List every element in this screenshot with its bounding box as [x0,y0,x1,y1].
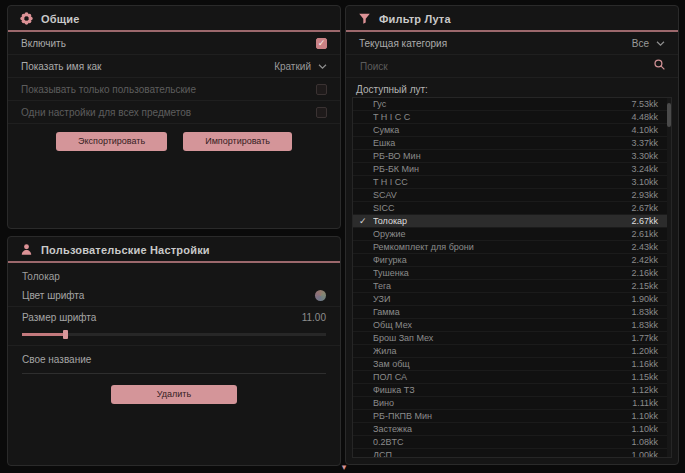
color-wheel-icon[interactable] [315,290,326,301]
list-item[interactable]: УЗИ1.90kk [353,293,671,306]
enable-label: Включить [21,38,66,49]
list-item[interactable]: ДСП1.00kk [353,449,671,458]
item-name: Вино [373,398,632,408]
item-name: Сумка [373,125,631,135]
collapse-handle[interactable]: ▾ [338,463,350,472]
list-item[interactable]: Фигурка2.42kk [353,254,671,267]
item-value: 2.16kk [631,268,662,278]
name-mode-select[interactable]: Краткий [274,61,327,72]
scrollbar-thumb[interactable] [667,103,671,127]
setting-row-only-custom: Показывать только пользовательские [8,78,340,101]
font-size-row: Размер шрифта 11.00 [8,307,340,328]
item-value: 1.11kk [632,398,662,408]
setting-row-same-settings: Одни настройки для всех предметов [8,101,340,124]
category-label: Текущая категория [359,38,447,49]
list-item[interactable]: Жила1.20kk [353,345,671,358]
import-button[interactable]: Импортировать [183,132,292,151]
custom-name-label: Свое название [8,346,340,367]
name-mode-value: Краткий [274,61,311,72]
item-value: 1.08kk [631,437,662,447]
list-item[interactable]: Оружие2.61kk [353,228,671,241]
item-name: SICC [373,203,631,213]
item-name: ПОЛ СА [373,372,631,382]
item-value: 3.24kk [631,164,662,174]
item-value: 2.42kk [631,255,662,265]
setting-row-enable: Включить ✓ [8,32,340,55]
font-size-slider[interactable] [22,330,326,339]
list-item[interactable]: SCAV2.93kk [353,189,671,202]
general-panel-title: Общие [41,13,80,25]
item-name: T H I C C [373,112,631,122]
list-item[interactable]: Тега2.15kk [353,280,671,293]
list-item[interactable]: Вино1.11kk [353,397,671,410]
only-custom-label: Показывать только пользовательские [21,84,196,95]
item-value: 1.10kk [631,411,662,421]
custom-name-input[interactable] [22,369,326,374]
search-input[interactable] [358,60,653,73]
category-select[interactable]: Все [632,38,665,49]
item-name: Общ Мех [373,320,631,330]
item-name: Оружие [373,229,631,239]
list-item[interactable]: РБ-БК Мин3.24kk [353,163,671,176]
item-value: 1.00kk [631,450,662,458]
font-size-fill [22,333,65,336]
enable-checkbox[interactable]: ✓ [316,38,327,49]
item-name: РБ-ПКПВ Мин [373,411,631,421]
list-item[interactable]: Брош Зап Мех1.77kk [353,332,671,345]
item-name: Гамма [373,307,631,317]
same-settings-checkbox[interactable] [316,107,327,118]
only-custom-checkbox[interactable] [316,84,327,95]
export-button[interactable]: Экспортировать [56,132,167,151]
user-settings-title: Пользовательские Настройки [41,244,210,256]
list-item[interactable]: Тушенка2.16kk [353,267,671,280]
delete-row: Удалить [8,385,340,404]
loot-list: Гус7.53kkT H I C C4.48kkСумка4.10kkЕшка3… [352,97,672,458]
general-panel-header: Общие [8,6,340,32]
item-value: 2.67kk [631,216,662,226]
same-settings-label: Одни настройки для всех предметов [21,107,191,118]
item-name: Тушенка [373,268,631,278]
item-name: 0.2BTC [373,437,631,447]
list-item[interactable]: Фишка ТЗ1.12kk [353,384,671,397]
list-item[interactable]: Ремкомплект для брони2.43kk [353,241,671,254]
item-name: SCAV [373,190,631,200]
list-item[interactable]: SICC2.67kk [353,202,671,215]
slider-handle[interactable] [63,330,68,339]
list-item[interactable]: Гус7.53kk [353,98,671,111]
list-scrollbar[interactable] [667,98,671,457]
delete-button[interactable]: Удалить [111,385,237,404]
item-name: Жила [373,346,631,356]
list-item[interactable]: 0.2BTC1.08kk [353,436,671,449]
magnifier-icon [653,57,666,75]
user-settings-panel: Пользовательские Настройки Толокар Цвет … [7,236,341,466]
list-item[interactable]: Зам общ1.16kk [353,358,671,371]
list-item[interactable]: T H I CC3.10kk [353,176,671,189]
list-item[interactable]: Общ Мех1.83kk [353,319,671,332]
search-row [346,55,678,78]
person-icon [20,243,33,256]
category-value: Все [632,38,649,49]
loot-filter-header: Фильтр Лута [346,6,678,32]
item-name: Застежка [373,424,631,434]
list-item[interactable]: РБ-ПКПВ Мин1.10kk [353,410,671,423]
list-item[interactable]: РБ-ВО Мин3.30kk [353,150,671,163]
list-item[interactable]: Гамма1.83kk [353,306,671,319]
chevron-down-icon [318,61,327,72]
list-item[interactable]: Ешка3.37kk [353,137,671,150]
list-item[interactable]: T H I C C4.48kk [353,111,671,124]
list-item[interactable]: ✓Толокар2.67kk [353,215,671,228]
item-value: 2.61kk [631,229,662,239]
funnel-icon [358,12,371,25]
loot-filter-panel: Фильтр Лута Текущая категория Все Доступ… [345,5,679,465]
item-value: 1.90kk [631,294,662,304]
slider-track[interactable] [22,333,326,336]
flower-settings-icon [20,12,33,25]
list-item[interactable]: Сумка4.10kk [353,124,671,137]
item-name: Фигурка [373,255,631,265]
loot-filter-title: Фильтр Лута [379,13,451,25]
setting-row-name-mode: Показать имя как Краткий [8,55,340,78]
list-item[interactable]: ПОЛ СА1.15kk [353,371,671,384]
list-item[interactable]: Застежка1.10kk [353,423,671,436]
category-row: Текущая категория Все [346,32,678,55]
item-value: 1.12kk [631,385,662,395]
